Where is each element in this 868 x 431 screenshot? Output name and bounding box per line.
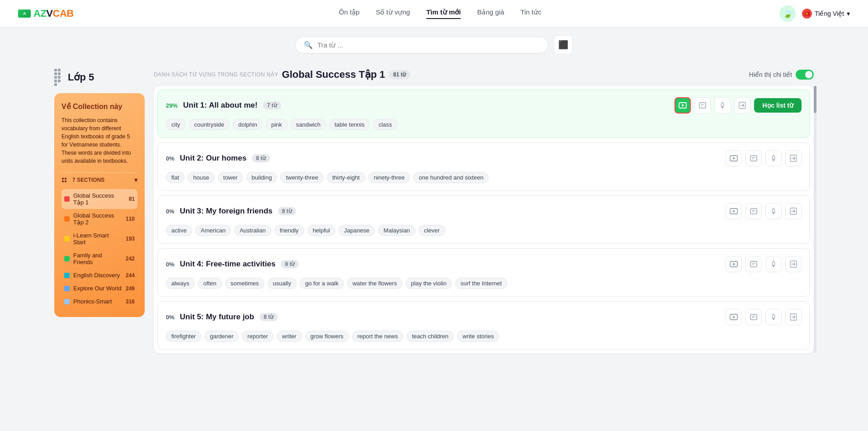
- svg-rect-20: [750, 208, 757, 214]
- tag: play the violin: [406, 278, 452, 289]
- sections-header[interactable]: 7 SECTIONS ▾: [61, 172, 137, 187]
- main-layout: Lớp 5 Về Collection này This collection …: [0, 62, 868, 353]
- camera-search-button[interactable]: ⬛: [554, 35, 573, 54]
- section-name: English Discovery: [73, 272, 120, 279]
- tag: teach children: [406, 331, 454, 342]
- share-button[interactable]: [785, 256, 802, 272]
- quiz-button[interactable]: [694, 97, 711, 114]
- section-name: Family and Friends: [73, 252, 122, 265]
- tag: flat: [166, 172, 184, 183]
- nav-tim-tu-moi[interactable]: Tìm từ mới: [426, 8, 461, 19]
- logo-icon: A: [18, 9, 31, 18]
- header-right: 🍃 🇻🇳 Tiếng Việt ▾: [779, 5, 850, 22]
- content-header: DANH SÁCH TỪ VỰNG TRONG SECTION NÀY Glob…: [154, 62, 814, 86]
- tag: sandwich: [291, 119, 326, 130]
- quiz-button[interactable]: [745, 150, 762, 166]
- unit-progress: 0%: [166, 208, 175, 215]
- unit-actions: [726, 256, 802, 272]
- unit-card: 0% Unit 4: Free-time activities 8 từ: [157, 248, 810, 297]
- share-button[interactable]: [785, 150, 802, 166]
- flashcard-button[interactable]: [726, 203, 742, 219]
- scroll-hint: [814, 86, 816, 353]
- tag: friendly: [274, 225, 304, 236]
- flame-button[interactable]: [714, 97, 731, 114]
- section-name: Explore Our World: [73, 285, 122, 292]
- unit-title: Unit 1: All about me!: [183, 101, 258, 110]
- flashcard-button[interactable]: [726, 256, 742, 272]
- svg-rect-3: [65, 180, 66, 182]
- share-button[interactable]: [785, 309, 802, 325]
- sidebar-section-item[interactable]: Family and Friends 242: [61, 249, 137, 269]
- flame-button[interactable]: [765, 256, 782, 272]
- unit-tags: activeAmericanAustralianfriendlyhelpfulJ…: [166, 225, 802, 236]
- sidebar-section-item[interactable]: Phonics-Smart 316: [61, 295, 137, 308]
- page-title: Lớp 5: [68, 71, 94, 83]
- nav-on-tap[interactable]: Ôn tập: [339, 8, 360, 19]
- sidebar-section-item[interactable]: Global Success Tập 1 81: [61, 189, 137, 209]
- tag: Japanese: [339, 225, 375, 236]
- tag: water the flowers: [347, 278, 402, 289]
- sidebar-section-item[interactable]: Explore Our World 249: [61, 282, 137, 295]
- unit-header: 29% Unit 1: All about me! 7 từ: [166, 97, 802, 114]
- tag: usually: [268, 278, 297, 289]
- unit-tags: citycountrysidedolphinpinksandwichtable …: [166, 119, 802, 130]
- section-name: Global Success Tập 2: [73, 212, 122, 226]
- learn-list-button[interactable]: Học list từ: [754, 98, 802, 113]
- nav-tin-tuc[interactable]: Tin tức: [520, 8, 541, 19]
- sidebar-section-item[interactable]: English Discovery 244: [61, 269, 137, 282]
- total-word-count-badge: 81 từ: [389, 70, 411, 79]
- unit-header: 0% Unit 4: Free-time activities 8 từ: [166, 256, 802, 272]
- nav-so-tu-vung[interactable]: Số từ vựng: [376, 8, 410, 19]
- tag: table tennis: [329, 119, 370, 130]
- section-name: i-Learn Smart Start: [73, 232, 122, 246]
- section-count: 249: [126, 285, 135, 292]
- tag: helpful: [307, 225, 335, 236]
- scroll-thumb[interactable]: [814, 86, 816, 113]
- search-input[interactable]: [317, 41, 540, 49]
- share-button[interactable]: [734, 97, 750, 114]
- tag: surf the Internet: [455, 278, 507, 289]
- chevron-down-icon: ▾: [847, 10, 850, 17]
- flashcard-button[interactable]: [726, 309, 742, 325]
- sections-label: 7 SECTIONS: [61, 177, 104, 183]
- svg-rect-34: [750, 314, 757, 320]
- svg-rect-2: [62, 180, 64, 182]
- unit-title: Unit 4: Free-time activities: [180, 260, 276, 269]
- svg-rect-27: [750, 261, 757, 267]
- sidebar-section-item[interactable]: i-Learn Smart Start 193: [61, 229, 137, 249]
- lang-switcher[interactable]: 🇻🇳 Tiếng Việt ▾: [802, 9, 850, 19]
- unit-card: 29% Unit 1: All about me! 7 từ: [157, 90, 810, 138]
- tag: countryside: [189, 119, 230, 130]
- flame-button[interactable]: [765, 150, 782, 166]
- content-collection-title: Global Success Tập 1: [282, 69, 385, 81]
- section-count: 242: [126, 256, 135, 262]
- tag: go for a walk: [300, 278, 344, 289]
- quiz-button[interactable]: [745, 309, 762, 325]
- unit-word-count: 8 từ: [278, 207, 296, 215]
- flashcard-button[interactable]: [675, 97, 691, 114]
- unit-word-count: 8 từ: [281, 260, 299, 268]
- detail-toggle[interactable]: [796, 70, 814, 80]
- share-button[interactable]: [785, 203, 802, 219]
- tag: ninety-three: [368, 172, 410, 183]
- quiz-button[interactable]: [745, 203, 762, 219]
- flashcard-button[interactable]: [726, 150, 742, 166]
- search-icon: 🔍: [304, 41, 313, 49]
- quiz-button[interactable]: [745, 256, 762, 272]
- flame-button[interactable]: [765, 309, 782, 325]
- sidebar-section-item[interactable]: Global Success Tập 2 110: [61, 209, 137, 229]
- unit-title: Unit 3: My foreign friends: [180, 207, 273, 216]
- nav-bang-gia[interactable]: Bảng giá: [477, 8, 504, 19]
- unit-actions: [726, 203, 802, 219]
- unit-actions: [726, 150, 802, 166]
- grid-icon[interactable]: [54, 69, 63, 86]
- logo[interactable]: A AZVCAB: [18, 8, 74, 19]
- tag: tower: [218, 172, 243, 183]
- section-count: 244: [126, 272, 135, 279]
- main-nav: Ôn tập Số từ vựng Tìm từ mới Bảng giá Ti…: [101, 8, 780, 19]
- section-name: Phonics-Smart: [73, 298, 112, 305]
- flame-button[interactable]: [765, 203, 782, 219]
- unit-word-count: 7 từ: [263, 101, 281, 109]
- header-leaf-icon[interactable]: 🍃: [779, 5, 796, 22]
- unit-progress: 0%: [166, 314, 175, 321]
